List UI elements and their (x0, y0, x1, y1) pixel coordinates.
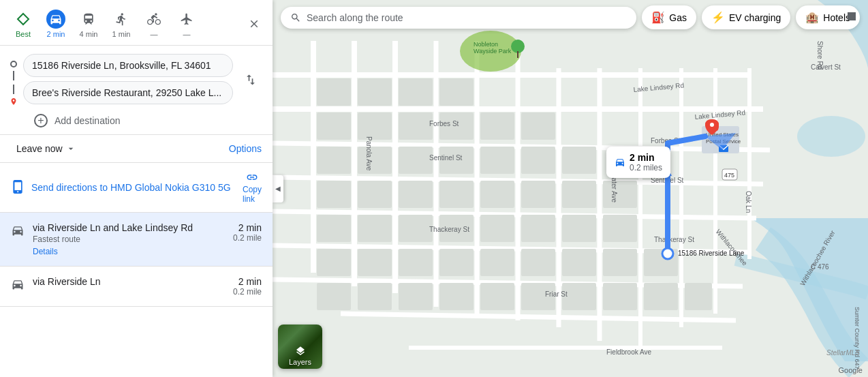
copy-link-button[interactable]: Copylink (243, 171, 262, 204)
sidebar: Best 2 min 4 min 1 min — (0, 0, 273, 377)
svg-rect-75 (685, 283, 712, 310)
svg-rect-58 (358, 249, 392, 276)
route-info-1: via Riverside Ln and Lake Lindsey Rd Fas… (33, 222, 225, 256)
svg-rect-73 (603, 283, 637, 310)
svg-rect-48 (603, 181, 637, 208)
svg-point-108 (710, 123, 714, 127)
svg-rect-67 (358, 283, 392, 310)
close-button[interactable] (244, 14, 264, 34)
popup-time: 2 min (630, 152, 662, 163)
ev-icon: ⚡ (711, 11, 725, 24)
search-along-route[interactable]: Search along the route (281, 7, 636, 29)
nav-bike[interactable]: — (139, 7, 169, 41)
svg-rect-25 (358, 78, 392, 106)
svg-rect-56 (603, 215, 637, 242)
route-dist-2: 0.2 mile (233, 287, 262, 297)
svg-rect-69 (439, 283, 474, 310)
nav-best[interactable]: Best (8, 7, 38, 41)
route-info-2: via Riverside Ln (33, 276, 225, 287)
leave-now-button[interactable]: Leave now (11, 140, 82, 157)
apps-grid-icon[interactable] (843, 8, 860, 27)
svg-rect-49 (317, 215, 351, 242)
gas-label: Gas (669, 12, 687, 23)
nav-flight[interactable]: — (172, 7, 202, 41)
route-item-1[interactable]: via Riverside Ln and Lake Lindsey Rd Fas… (0, 213, 273, 267)
google-attribution: Google (839, 366, 863, 374)
route-inputs (0, 46, 273, 111)
svg-rect-36 (399, 147, 433, 174)
svg-text:C 476: C 476 (811, 263, 829, 271)
svg-rect-70 (480, 283, 514, 310)
layers-label: Layers (289, 358, 311, 366)
svg-rect-46 (521, 181, 555, 208)
send-directions-section: Send directions to HMD Global Nokia G310… (0, 163, 273, 213)
svg-rect-68 (399, 283, 433, 310)
send-phone-icon (11, 180, 25, 196)
nav-car-label: 2 min (47, 30, 65, 38)
nav-flight-label: — (183, 30, 191, 38)
send-left: Send directions to HMD Global Nokia G310… (11, 180, 231, 196)
svg-rect-74 (644, 283, 678, 310)
svg-rect-55 (562, 215, 596, 242)
svg-text:Nobleton: Nobleton (474, 41, 498, 48)
svg-rect-50 (358, 215, 392, 242)
origin-dot (10, 61, 17, 67)
collapse-sidebar-button[interactable]: ◀ (273, 175, 283, 202)
svg-rect-57 (317, 249, 351, 276)
svg-rect-39 (521, 147, 555, 174)
svg-rect-26 (399, 78, 433, 106)
svg-rect-33 (521, 112, 555, 140)
origin-input[interactable] (23, 54, 233, 77)
transport-mode-nav: Best 2 min 4 min 1 min — (0, 0, 273, 46)
dest-pin (10, 97, 18, 106)
input-fields (23, 54, 233, 104)
destination-input[interactable] (23, 81, 233, 104)
svg-text:15186 Riverside Lane: 15186 Riverside Lane (678, 250, 745, 257)
svg-rect-64 (603, 249, 637, 276)
satellite-layers-button[interactable]: Layers (278, 325, 322, 369)
dot-line-2 (13, 85, 14, 94)
send-directions-text[interactable]: Send directions to HMD Global Nokia G310… (31, 181, 231, 194)
svg-rect-59 (399, 249, 433, 276)
svg-text:Fieldbrook Ave: Fieldbrook Ave (606, 348, 651, 356)
svg-rect-42 (358, 181, 392, 208)
svg-text:Sentinel St: Sentinel St (429, 154, 463, 162)
add-destination-row[interactable]: + Add destination (0, 111, 273, 134)
add-icon: + (34, 114, 48, 127)
route-name-2: via Riverside Ln (33, 276, 225, 287)
options-button[interactable]: Options (229, 143, 262, 154)
svg-text:Forbes St: Forbes St (429, 120, 459, 127)
layers-icon (295, 346, 306, 357)
svg-rect-34 (317, 147, 351, 174)
svg-text:Sumter County Rd 647: Sumter County Rd 647 (854, 307, 861, 370)
copy-link-label: Copylink (243, 185, 262, 204)
nav-car[interactable]: 2 min (41, 7, 71, 41)
route-popup: 2 min 0.2 miles (606, 147, 670, 178)
route-car-icon-1 (11, 224, 25, 239)
svg-rect-41 (317, 181, 351, 208)
svg-rect-44 (439, 181, 474, 208)
gas-pill[interactable]: ⛽ Gas (642, 5, 696, 29)
svg-rect-54 (521, 215, 555, 242)
svg-rect-27 (439, 78, 474, 106)
svg-text:475: 475 (724, 172, 734, 179)
svg-rect-51 (399, 215, 433, 242)
swap-button[interactable] (238, 67, 263, 92)
route-car-icon-2 (11, 277, 25, 293)
input-dots (10, 54, 18, 106)
route-details-link-1[interactable]: Details (33, 247, 58, 256)
route-name-1: via Riverside Ln and Lake Lindsey Rd (33, 222, 225, 233)
ev-charging-pill[interactable]: ⚡ EV charging (702, 5, 790, 29)
satellite-thumbnail: Layers (278, 325, 322, 369)
svg-rect-30 (399, 112, 433, 140)
route-time-1: 2 min 0.2 mile (233, 222, 262, 243)
route-dist-1: 0.2 mile (233, 233, 262, 243)
svg-rect-38 (480, 147, 514, 174)
stellarmls-watermark: StellarMLS (826, 349, 860, 357)
nav-transit[interactable]: 4 min (74, 7, 104, 41)
popup-info: 2 min 0.2 miles (630, 152, 662, 172)
nav-walk[interactable]: 1 min (106, 7, 136, 41)
svg-text:Friar St: Friar St (545, 290, 568, 298)
route-item-2[interactable]: via Riverside Ln 2 min 0.2 mile (0, 267, 273, 307)
svg-marker-0 (18, 14, 29, 25)
